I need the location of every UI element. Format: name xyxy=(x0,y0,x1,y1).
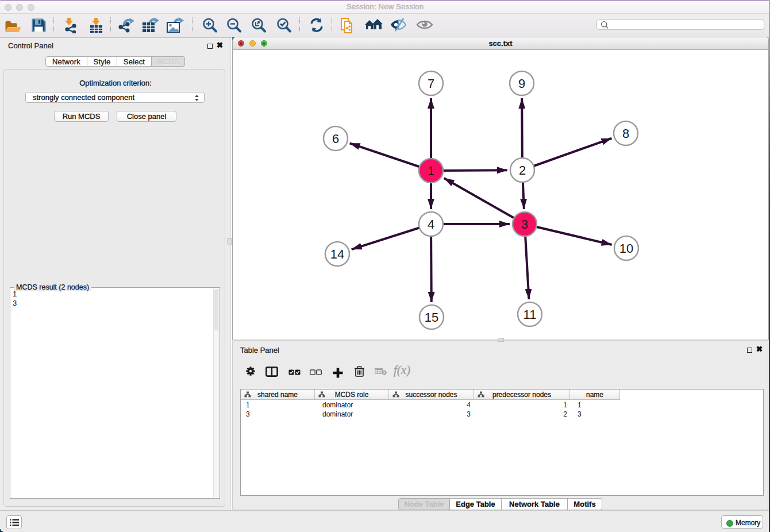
svg-text:4: 4 xyxy=(428,217,434,232)
svg-text:6: 6 xyxy=(332,132,339,146)
svg-text:8: 8 xyxy=(622,126,629,141)
svg-text:11: 11 xyxy=(523,307,537,322)
svg-text:1: 1 xyxy=(428,164,434,178)
svg-text:10: 10 xyxy=(619,241,633,256)
svg-text:7: 7 xyxy=(428,76,434,91)
svg-text:14: 14 xyxy=(330,247,344,261)
svg-text:2: 2 xyxy=(519,163,526,178)
svg-text:15: 15 xyxy=(425,310,438,325)
svg-text:3: 3 xyxy=(521,217,528,232)
svg-text:9: 9 xyxy=(518,76,525,91)
